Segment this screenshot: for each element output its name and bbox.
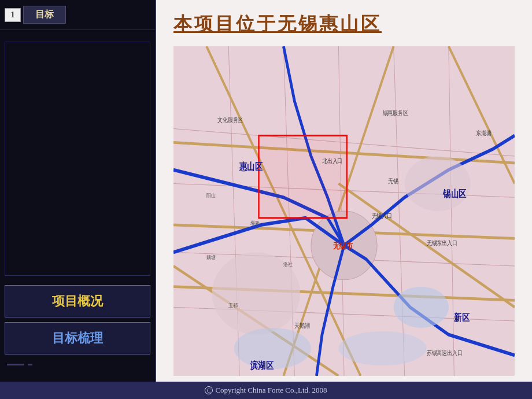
svg-text:北出入口: 北出入口 bbox=[322, 157, 342, 164]
map-container: 文化服务区 锡惠服务区 东湖塘 阳山 藕塘 玉祁 洛社 堰桥 无锡 北出入口 无… bbox=[173, 46, 515, 376]
svg-text:苏锡高速出入口: 苏锡高速出入口 bbox=[427, 349, 463, 356]
svg-text:锡山区: 锡山区 bbox=[442, 189, 466, 200]
copyright-text: Copyright China Forte Co.,Ltd. 2008 bbox=[215, 386, 327, 395]
svg-text:阳山: 阳山 bbox=[206, 192, 216, 198]
svg-text:天鹅湖: 天鹅湖 bbox=[294, 322, 310, 329]
step-badge: 1 bbox=[5, 8, 21, 22]
svg-text:东湖塘: 东湖塘 bbox=[476, 130, 492, 136]
svg-rect-19 bbox=[259, 135, 347, 218]
footer: C Copyright China Forte Co.,Ltd. 2008 bbox=[0, 382, 532, 399]
svg-text:新区: 新区 bbox=[454, 312, 470, 323]
step-label: 目标 bbox=[23, 6, 66, 24]
svg-text:堰桥: 堰桥 bbox=[250, 220, 260, 226]
svg-text:藕塘: 藕塘 bbox=[206, 254, 216, 260]
svg-text:文化服务区: 文化服务区 bbox=[217, 116, 243, 123]
svg-point-21 bbox=[405, 156, 471, 211]
svg-text:洛社: 洛社 bbox=[283, 261, 293, 267]
footer-copyright: C Copyright China Forte Co.,Ltd. 2008 bbox=[205, 386, 327, 395]
svg-text:无锡东出入口: 无锡东出入口 bbox=[427, 239, 457, 246]
sidebar-nav: 项目概况 目标梳理 bbox=[0, 30, 155, 382]
svg-text:玉祁: 玉祁 bbox=[228, 302, 238, 308]
svg-point-24 bbox=[338, 331, 426, 365]
content-area: 本项目位于无锡惠山区 bbox=[156, 0, 532, 382]
nav-item-project[interactable]: 项目概况 bbox=[5, 285, 150, 317]
sidebar-empty-space bbox=[5, 42, 150, 276]
nav-item-goals[interactable]: 目标梳理 bbox=[5, 322, 150, 354]
svg-text:无锡市: 无锡市 bbox=[332, 241, 353, 251]
svg-text:锡惠服务区: 锡惠服务区 bbox=[382, 109, 408, 116]
copyright-circle-icon: C bbox=[205, 386, 213, 394]
main-container: 1 目标 项目概况 目标梳理 本项目位于无锡惠山区 bbox=[0, 0, 532, 382]
sidebar: 1 目标 项目概况 目标梳理 bbox=[0, 0, 156, 382]
sidebar-top: 1 目标 bbox=[0, 0, 155, 30]
svg-text:滨湖区: 滨湖区 bbox=[250, 360, 274, 371]
sidebar-line-2 bbox=[28, 364, 32, 365]
svg-text:无锡: 无锡 bbox=[388, 178, 398, 185]
svg-text:惠山区: 惠山区 bbox=[239, 161, 263, 172]
svg-point-22 bbox=[394, 287, 449, 328]
map-svg: 文化服务区 锡惠服务区 东湖塘 阳山 藕塘 玉祁 洛社 堰桥 无锡 北出入口 无… bbox=[173, 46, 515, 376]
svg-text:无锡入口: 无锡入口 bbox=[372, 212, 392, 219]
page-title: 本项目位于无锡惠山区 bbox=[173, 12, 515, 37]
sidebar-line-1 bbox=[7, 364, 24, 365]
